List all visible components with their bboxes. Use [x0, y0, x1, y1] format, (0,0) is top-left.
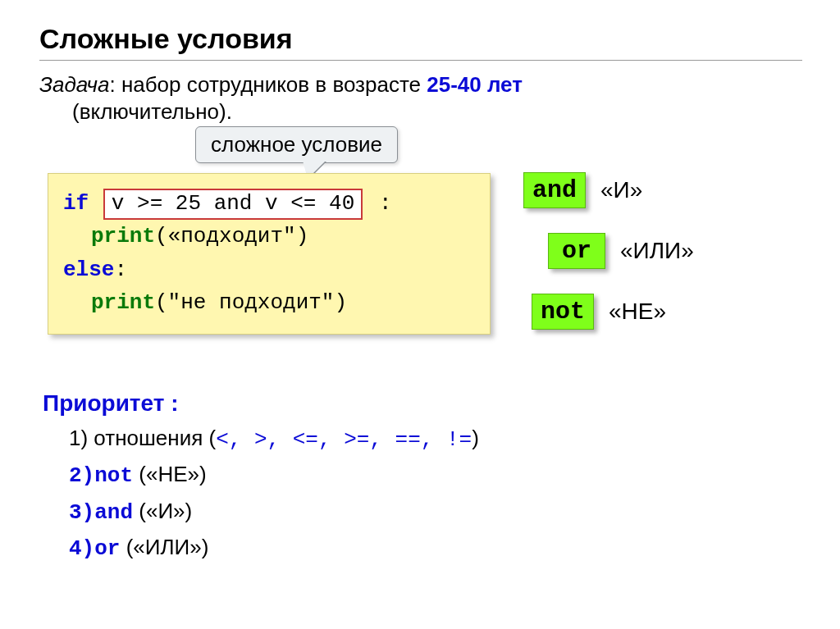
slide-title: Сложные условия: [39, 23, 801, 55]
operator-row-and: and «И»: [523, 172, 694, 208]
operator-row-not: not «НЕ»: [532, 294, 694, 330]
priority-1-ops: <, >, <=, >=, ==, !=: [216, 427, 472, 452]
operator-label-not: «НЕ»: [609, 299, 666, 325]
keyword-else: else: [63, 258, 114, 282]
task-label: Задача: [39, 72, 109, 97]
task-line-2: (включительно).: [72, 99, 801, 125]
callout-label: сложное условие: [195, 126, 398, 163]
code-line-else: else:: [63, 253, 475, 286]
code-box: if v >= 25 and v <= 40 : print(«подходит…: [48, 173, 491, 335]
priority-2-label: («НЕ»): [139, 462, 206, 486]
priority-4-label: («ИЛИ»): [126, 535, 209, 559]
task-age-range: 25-40 лет: [427, 72, 523, 97]
operator-label-or: «ИЛИ»: [620, 238, 694, 264]
callout-text: сложное условие: [211, 132, 382, 157]
priority-4-kw: or: [94, 536, 120, 561]
operator-badge-and: and: [523, 172, 586, 208]
print-1-arg: («подходит"): [155, 224, 308, 248]
priority-item-2: 2)not («НЕ»): [69, 458, 801, 492]
condition-text: v >= 25 and v <= 40: [112, 191, 354, 216]
priority-1-prefix: 1) отношения (: [69, 426, 216, 450]
operators-column: and «И» or «ИЛИ» not «НЕ»: [523, 128, 694, 354]
code-line-print-2: print("не подходит"): [63, 286, 475, 319]
priority-3-label: («И»): [139, 499, 192, 523]
operator-badge-or: or: [548, 233, 605, 269]
divider: [39, 60, 802, 61]
code-line-if: if v >= 25 and v <= 40 :: [63, 187, 475, 220]
colon-2: :: [114, 258, 127, 282]
priority-2-kw: not: [94, 463, 133, 488]
code-line-print-1: print(«подходит"): [63, 220, 475, 253]
colon-1: :: [366, 191, 391, 216]
code-area: сложное условие if v >= 25 and v <= 40 :…: [39, 128, 491, 335]
priority-2-num: 2): [69, 463, 94, 488]
priority-section: Приоритет : 1) отношения (<, >, <=, >=, …: [43, 390, 801, 565]
operator-label-and: «И»: [600, 177, 642, 203]
task-text: : набор сотрудников в возрасте: [109, 72, 427, 97]
keyword-print-1: print: [91, 224, 155, 248]
priority-item-3: 3)and («И»): [69, 495, 801, 529]
operator-row-or: or «ИЛИ»: [548, 233, 694, 269]
priority-3-kw: and: [94, 500, 133, 525]
priority-list: 1) отношения (<, >, <=, >=, ==, !=) 2)no…: [69, 422, 801, 565]
priority-1-suffix: ): [472, 426, 479, 450]
priority-title: Приоритет :: [43, 390, 801, 417]
operator-badge-not: not: [532, 294, 594, 330]
condition-frame: v >= 25 and v <= 40: [103, 189, 363, 220]
task-line-1: Задача: набор сотрудников в возрасте 25-…: [39, 71, 801, 99]
priority-4-num: 4): [69, 536, 94, 561]
priority-item-4: 4)or («ИЛИ»): [69, 531, 801, 565]
priority-item-1: 1) отношения (<, >, <=, >=, ==, !=): [69, 422, 801, 456]
keyword-if: if: [63, 191, 89, 216]
keyword-print-2: print: [91, 290, 155, 315]
priority-3-num: 3): [69, 500, 94, 525]
print-2-arg: ("не подходит"): [155, 290, 347, 315]
